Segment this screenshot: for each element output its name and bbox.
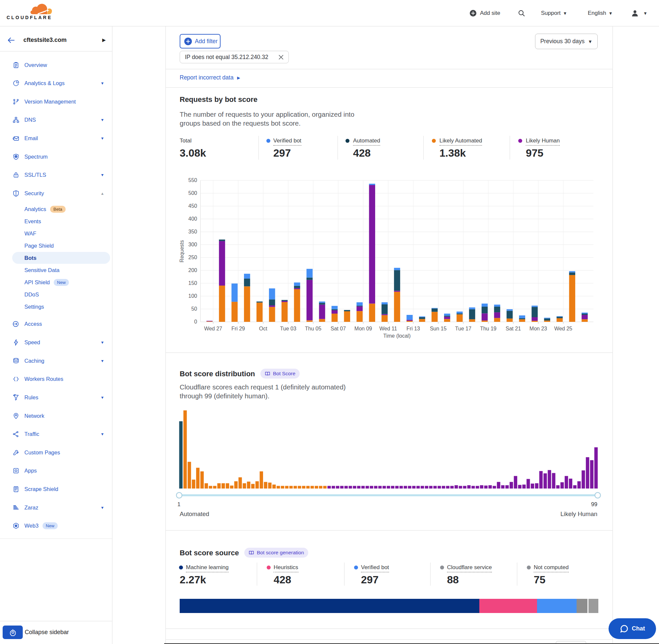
svg-text:200: 200	[188, 268, 197, 273]
svg-text:Mon 23: Mon 23	[529, 326, 547, 331]
svg-text:Fri 13: Fri 13	[406, 326, 420, 331]
svg-text:Mon 09: Mon 09	[354, 326, 372, 331]
svg-text:50: 50	[191, 306, 197, 312]
svg-text:450: 450	[188, 203, 197, 209]
svg-text:100: 100	[188, 293, 197, 299]
svg-text:Tue 17: Tue 17	[455, 326, 471, 331]
svg-text:250: 250	[188, 255, 197, 260]
svg-text:500: 500	[188, 190, 197, 196]
svg-text:Wed 11: Wed 11	[379, 326, 397, 331]
svg-text:Requests: Requests	[179, 240, 185, 262]
svg-text:Wed 25: Wed 25	[554, 326, 572, 331]
svg-text:Oct: Oct	[259, 326, 267, 331]
svg-text:550: 550	[188, 178, 197, 183]
svg-text:350: 350	[188, 229, 197, 234]
svg-text:Sun 15: Sun 15	[430, 326, 447, 331]
svg-text:Sat 07: Sat 07	[331, 326, 346, 331]
svg-text:Tue 03: Tue 03	[280, 326, 297, 331]
svg-text:150: 150	[188, 280, 197, 286]
svg-text:Fri 29: Fri 29	[231, 326, 245, 331]
svg-text:300: 300	[188, 242, 197, 247]
svg-text:400: 400	[188, 216, 197, 222]
svg-text:Thu 19: Thu 19	[480, 326, 496, 331]
svg-text:Thu 05: Thu 05	[305, 326, 322, 331]
svg-text:Sat 21: Sat 21	[506, 326, 521, 331]
svg-text:Wed 27: Wed 27	[204, 326, 222, 331]
svg-text:Time (local): Time (local)	[383, 333, 411, 339]
svg-text:0: 0	[194, 319, 197, 324]
